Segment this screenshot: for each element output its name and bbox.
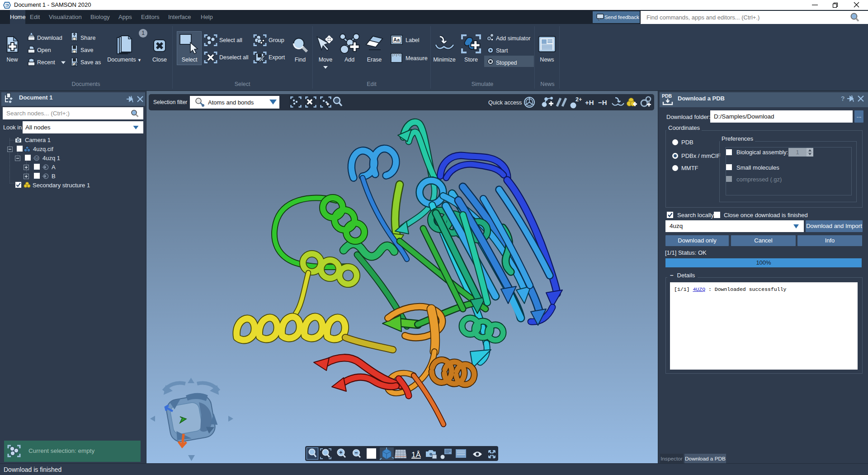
svg-text:PDB: PDB — [662, 93, 672, 99]
svg-text:Aa: Aa — [393, 37, 400, 43]
svg-text:?: ? — [841, 95, 845, 102]
svg-text:Atoms and bonds: Atoms and bonds — [208, 99, 254, 106]
svg-text:+H: +H — [585, 99, 594, 106]
svg-text:Selection filter: Selection filter — [153, 99, 187, 105]
svg-text:Quick access: Quick access — [488, 100, 522, 106]
svg-text:2+: 2+ — [576, 96, 582, 103]
svg-text:−H: −H — [598, 99, 607, 106]
svg-text:1Å: 1Å — [411, 451, 421, 459]
